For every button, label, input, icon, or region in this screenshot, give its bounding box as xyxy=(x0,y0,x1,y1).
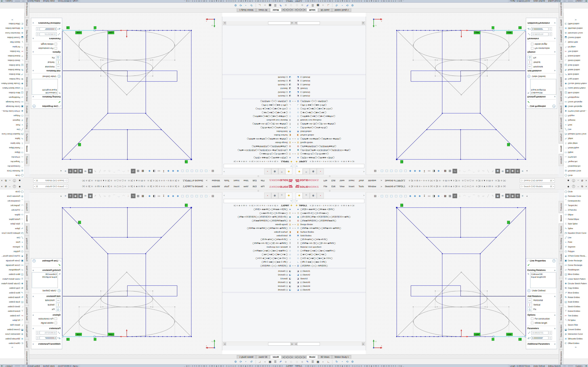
headsup-icon[interactable]: ▢ xyxy=(403,169,407,173)
angle-spinner[interactable]: ▲▼ xyxy=(36,27,39,31)
tool-item[interactable]: ╱ Line xyxy=(0,235,24,240)
panel-tab[interactable]: ⊕ xyxy=(271,192,278,199)
headsup-icon[interactable]: ◨ xyxy=(432,169,436,173)
add-relation-button[interactable]: │ Vertical xyxy=(526,60,557,65)
headsup-icon[interactable]: · xyxy=(146,169,147,173)
scroll-track[interactable] xyxy=(268,342,291,345)
tool-item[interactable]: ∟ Stretch Entities xyxy=(0,304,24,309)
expand-arrow-icon[interactable]: ▸ xyxy=(294,153,296,155)
tree-item[interactable]: ◪ Sketch3 xyxy=(294,87,366,91)
user-icon[interactable]: ☻ xyxy=(18,185,21,188)
add-relation-button[interactable]: │ Vertical xyxy=(526,302,557,307)
tool-item[interactable]: ╰ Fit Spline xyxy=(0,44,24,49)
bottom-toolbar-icon[interactable] xyxy=(332,3,332,7)
tree-item[interactable]: ◇ ◯·◉✛◯∗◉I◯∘◯I◉∗◯✛◉·◯ xyxy=(222,111,294,115)
tree-item[interactable]: ◇ ◯✛ƧƆ∘♟◯∗◉I◯∘◯I◉∗◯♟∘Ɔ Ƨ✛◯ xyxy=(222,107,294,111)
panel-help-icon[interactable]: ? xyxy=(33,259,35,262)
pin-icon[interactable]: ➤ xyxy=(380,185,382,188)
command-tab[interactable]: Data Migration xyxy=(25,28,29,45)
tool-item[interactable]: ∿ Spline xyxy=(564,136,588,141)
menu-item[interactable]: View xyxy=(339,185,344,188)
tool-item[interactable]: ◔ Partial Ellipse xyxy=(0,146,24,150)
tool-item[interactable]: ƒx Equation Driven Curve xyxy=(564,132,588,136)
tool-item[interactable]: ▱ Parallelogram xyxy=(564,95,588,100)
command-tab[interactable]: Features xyxy=(559,201,563,213)
tool-item[interactable]: ▭ Corner Rectangle xyxy=(564,263,588,267)
expand-arrow-icon[interactable]: ▸ xyxy=(294,227,296,229)
tool-item[interactable]: ╰ Fit Spline xyxy=(564,44,588,49)
headsup-icon[interactable]: ³ᴰ xyxy=(83,169,87,173)
headsup-icon[interactable]: ╱ xyxy=(486,194,490,198)
command-tab[interactable]: Mold Tools xyxy=(25,292,29,305)
headsup-icon[interactable]: ◇ xyxy=(476,194,481,198)
command-tab[interactable]: Direct Editing xyxy=(559,236,563,251)
headsup-icon[interactable]: ◉ xyxy=(78,194,83,198)
tool-item[interactable]: ❖ Circular Sketch Pattern xyxy=(0,281,24,286)
section-options[interactable]: Options∧ xyxy=(31,313,62,317)
tree-item[interactable]: ◪ (-) Sketch4 xyxy=(294,79,366,83)
tool-item[interactable]: ◠ Tangent Arc xyxy=(564,203,588,208)
headsup-icon[interactable]: · xyxy=(209,194,210,198)
headsup-icon[interactable]: ▢ xyxy=(394,169,398,173)
tool-item[interactable]: ◫ Mirror Entities xyxy=(564,90,588,95)
tree-item[interactable]: ★ ◯Ƨ5ƷƐ✛∘♟◉ʌΑΦ◯∘◯ΦΑʌ◉♟∘✛ƷƐƧ5◯ xyxy=(294,208,366,211)
tree-item[interactable]: ◇ ◯·◉✛◯∗◉I◯∘◯I◉∗◯✛◉·◯ xyxy=(222,252,294,256)
bottom-toolbar-icon[interactable]: ↻ xyxy=(334,4,339,7)
panel-tab[interactable]: ⠛ xyxy=(303,168,310,175)
command-tab[interactable]: Direct Editing xyxy=(559,116,563,131)
bottom-toolbar-icon[interactable]: ◆ xyxy=(284,4,288,7)
tree-item[interactable]: ◐ ◯Ƨ5·Ͷ∗♟Αm◯∘◯mΑ♟∗Ͷ·Ƨ5◯ xyxy=(222,126,294,130)
checkbox[interactable] xyxy=(55,47,57,50)
tool-item[interactable]: ▣ Center Rectangle xyxy=(564,104,588,109)
tool-item[interactable]: ⧈ Silhouette Entities xyxy=(564,26,588,31)
tree-item[interactable]: Σ ◯Ƨ5ͶN◉∘✛Α∩³ƷƐ◯∘◯ƷƐ³∩Α✛∘◉ͶNƧ5◯ xyxy=(222,241,294,245)
tool-item[interactable]: ✂ Trim Entities xyxy=(564,313,588,318)
user-icon[interactable]: ☻ xyxy=(18,179,21,182)
tree-item[interactable]: ◧ Surface Bodies xyxy=(222,133,294,137)
command-tab[interactable]: Sheet Metal xyxy=(559,264,563,278)
headsup-icon[interactable]: ▢ xyxy=(384,194,389,198)
tool-item[interactable]: ⧈ Silhouette Entities xyxy=(564,336,588,341)
option-checkbox-row[interactable]: For construction xyxy=(526,317,557,321)
tree-item[interactable]: ▸ A ◯Ƨ5ͶN◉∘✛Α✛◉ͶNΑ◯∘◯ΑͶN◉✛Α✛∘◉ͶNƧ5◯ xyxy=(294,226,366,230)
collapse-icon[interactable]: ∧ xyxy=(33,96,34,98)
tree-item[interactable]: ◇ ◯✛ͶN◉♟+◯∗◉I◯∘◯I◉∗◯+♟◉ͶN✛◯ xyxy=(222,115,294,118)
tree-item[interactable]: Σ ◯Ƨ5ͶN◉∘✛Α∩³ƷƐ◯∘◯ƷƐ³∩Α✛∘◉ͶNƧ5◯ xyxy=(222,122,294,126)
expand-arrow-icon[interactable]: ▸ xyxy=(292,224,294,225)
option-checkbox-row[interactable]: For construction xyxy=(31,46,62,50)
tool-item[interactable]: ⌒ Centerpoint Arc xyxy=(0,199,24,203)
headsup-icon[interactable]: ◉ xyxy=(510,194,515,198)
headsup-icon[interactable]: ◇ xyxy=(107,194,112,198)
search-box[interactable]: ⬡ ⚲ ▾ xyxy=(520,178,555,183)
tree-item[interactable]: ▸ ▤ Design Binder xyxy=(294,223,366,226)
tool-item[interactable]: ⌓ 3 Point Arc xyxy=(564,208,588,212)
tool-item[interactable]: ⬓ Convert Entities xyxy=(0,327,24,332)
section-parameters[interactable]: Parameters∧ xyxy=(526,327,557,330)
tree-item[interactable]: ◉ ◯Ƨ5✛ƷƐƧ5◯ͶN◉∘✛ƆCƷƐЛƷƐƧ5◯∘◯Ƨ5ƷƐЛƷƐƆC✛∘◉… xyxy=(222,215,294,219)
tool-item[interactable]: ▣ Center Rectangle xyxy=(564,258,588,263)
tree-item[interactable]: ▸ ◷ ◯⋏♟◉✛Ƨ5∘Ƨ◯∘◯Ƨ∘Ƨ5✛◉♟⋏◯ xyxy=(222,152,294,156)
menu-item[interactable]: Tools xyxy=(359,179,364,182)
expand-arrow-icon[interactable]: ▸ xyxy=(292,142,294,143)
tool-item[interactable]: ⬭ Ellipse xyxy=(0,150,24,155)
tool-item[interactable]: ↻ Rotate Entities xyxy=(564,67,588,72)
bottom-toolbar-icon[interactable]: ↻ xyxy=(249,4,254,7)
search-box[interactable]: ⬡ ⚲ ▾ xyxy=(33,184,68,189)
bottom-toolbar-icon[interactable]: ▦ xyxy=(316,4,320,7)
tree-item[interactable]: ◉ ◯Ƨ5✛ƷƐƧ5◯ͶN◉∘✛ƆCƷƐЛƷƐƧ5◯∘◯Ƨ5ƷƐЛƷƐƆC✛∘◉… xyxy=(222,148,294,152)
section-parameters[interactable]: Parameters∧ xyxy=(526,37,557,40)
tool-item[interactable]: ⊜ Intersection Curve xyxy=(564,332,588,336)
command-tab[interactable]: Mesh Modeling xyxy=(559,45,563,61)
headsup-icon[interactable]: ▢ xyxy=(195,194,199,198)
headsup-icon[interactable]: ▨ xyxy=(136,194,140,198)
tool-item[interactable]: ▭ Corner Rectangle xyxy=(0,263,24,267)
add-relation-button[interactable]: — Horizontal xyxy=(31,65,62,69)
tree-item[interactable]: ◇ ◯✛ͶN◉♟+◯∗◉I◯∘◯I◉∗◯+♟◉ͶN✛◯ xyxy=(294,249,366,253)
relations-list[interactable]: Collinear108 Equal length109 xyxy=(530,79,556,95)
tool-item[interactable]: ∿ Spline xyxy=(564,226,588,231)
command-tab[interactable]: Weldments xyxy=(25,75,29,89)
tree-filter-box[interactable]: ▽ xyxy=(224,164,293,168)
headsup-icon[interactable]: ◆ xyxy=(166,169,171,173)
tree-item[interactable]: ▸ ▧ ◯Ƨ5ƷƐͶNΑ∩·◯∘◯·∩ΑͶNƷƐƧ5◯ xyxy=(294,264,366,268)
headsup-icon[interactable]: ▱ xyxy=(481,194,485,198)
